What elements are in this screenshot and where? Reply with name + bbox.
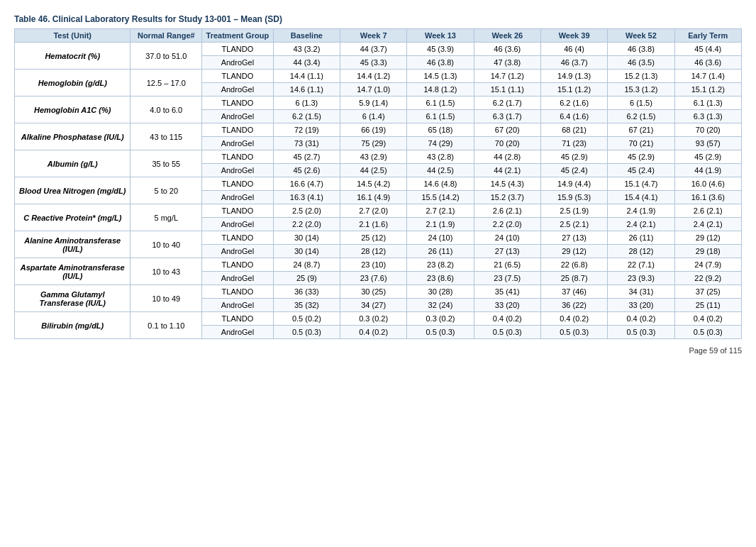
test-cell: Hematocrit (%) — [15, 43, 130, 70]
data-cell-baseline: 16.6 (4.7) — [273, 177, 340, 191]
data-cell-week52: 15.4 (4.1) — [608, 191, 674, 204]
data-cell-week52: 6.2 (1.5) — [608, 110, 674, 123]
treatment-group-cell: TLANDO — [202, 231, 274, 245]
test-cell: Alkaline Phosphatase (IU/L) — [15, 123, 130, 150]
data-cell-week7: 14.5 (4.2) — [340, 177, 407, 191]
normal-range-cell: 4.0 to 6.0 — [130, 96, 202, 123]
data-cell-week39: 0.4 (0.2) — [540, 312, 607, 326]
data-cell-earlyTerm: 2.4 (2.1) — [674, 218, 741, 231]
data-cell-week7: 44 (3.7) — [340, 43, 407, 56]
data-cell-week26: 0.4 (0.2) — [474, 312, 540, 326]
table-row: Aspartate Aminotransferase (IU/L)10 to 4… — [15, 258, 742, 272]
treatment-group-cell: AndroGel — [202, 218, 274, 231]
data-cell-week39: 45 (2.4) — [540, 164, 607, 177]
treatment-group-cell: AndroGel — [202, 272, 274, 285]
data-cell-week7: 28 (12) — [340, 245, 407, 258]
data-cell-week52: 15.2 (1.3) — [608, 70, 674, 83]
treatment-group-cell: AndroGel — [202, 137, 274, 150]
page-footer: Page 59 of 115 — [14, 346, 742, 355]
treatment-group-cell: AndroGel — [202, 83, 274, 96]
data-cell-week13: 46 (3.8) — [407, 56, 474, 70]
data-cell-week52: 0.4 (0.2) — [608, 312, 674, 326]
data-cell-week39: 68 (21) — [540, 123, 607, 137]
data-cell-week52: 23 (9.3) — [608, 272, 674, 285]
data-cell-week39: 15.9 (5.3) — [540, 191, 607, 204]
data-cell-week39: 2.5 (1.9) — [540, 204, 607, 218]
data-cell-week13: 6.1 (1.5) — [407, 110, 474, 123]
data-cell-week26: 44 (2.1) — [474, 164, 540, 177]
data-cell-week7: 23 (7.6) — [340, 272, 407, 285]
table-row: Albumin (g/L)35 to 55TLANDO45 (2.7)43 (2… — [15, 150, 742, 164]
treatment-group-cell: AndroGel — [202, 164, 274, 177]
data-cell-week39: 27 (13) — [540, 231, 607, 245]
data-cell-week7: 2.7 (2.0) — [340, 204, 407, 218]
data-cell-baseline: 43 (3.2) — [273, 43, 340, 56]
data-cell-week26: 35 (41) — [474, 285, 540, 299]
data-cell-week13: 0.5 (0.3) — [407, 326, 474, 339]
data-cell-week13: 32 (24) — [407, 299, 474, 312]
data-cell-week52: 28 (12) — [608, 245, 674, 258]
data-cell-week13: 6.1 (1.5) — [407, 96, 474, 110]
data-cell-baseline: 0.5 (0.2) — [273, 312, 340, 326]
treatment-group-cell: TLANDO — [202, 150, 274, 164]
data-cell-week52: 15.3 (1.2) — [608, 83, 674, 96]
data-cell-earlyTerm: 2.6 (2.1) — [674, 204, 741, 218]
normal-range-cell: 0.1 to 1.10 — [130, 312, 202, 339]
data-cell-week13: 74 (29) — [407, 137, 474, 150]
data-cell-week7: 75 (29) — [340, 137, 407, 150]
data-cell-week52: 67 (21) — [608, 123, 674, 137]
treatment-group-cell: TLANDO — [202, 70, 274, 83]
treatment-group-cell: TLANDO — [202, 312, 274, 326]
data-cell-week39: 0.5 (0.3) — [540, 326, 607, 339]
data-cell-week13: 23 (8.6) — [407, 272, 474, 285]
normal-range-cell: 35 to 55 — [130, 150, 202, 177]
data-cell-week13: 65 (18) — [407, 123, 474, 137]
data-cell-week26: 24 (10) — [474, 231, 540, 245]
data-cell-earlyTerm: 29 (18) — [674, 245, 741, 258]
data-cell-week7: 30 (25) — [340, 285, 407, 299]
data-cell-week7: 66 (19) — [340, 123, 407, 137]
data-cell-baseline: 2.2 (2.0) — [273, 218, 340, 231]
data-cell-earlyTerm: 6.3 (1.3) — [674, 110, 741, 123]
data-cell-week7: 2.1 (1.6) — [340, 218, 407, 231]
data-cell-week26: 27 (13) — [474, 245, 540, 258]
header-week52: Week 52 — [608, 29, 674, 43]
data-cell-week7: 14.7 (1.0) — [340, 83, 407, 96]
treatment-group-cell: AndroGel — [202, 326, 274, 339]
data-cell-earlyTerm: 16.1 (3.6) — [674, 191, 741, 204]
table-row: Hemoglobin A1C (%)4.0 to 6.0TLANDO6 (1.3… — [15, 96, 742, 110]
data-cell-week39: 14.9 (4.4) — [540, 177, 607, 191]
data-cell-week7: 0.3 (0.2) — [340, 312, 407, 326]
data-cell-week52: 2.4 (1.9) — [608, 204, 674, 218]
test-cell: C Reactive Protein* (mg/L) — [15, 204, 130, 231]
treatment-group-cell: TLANDO — [202, 204, 274, 218]
treatment-group-cell: TLANDO — [202, 96, 274, 110]
data-cell-week13: 43 (2.8) — [407, 150, 474, 164]
clinical-lab-table: Test (Unit) Normal Range# Treatment Grou… — [14, 28, 742, 339]
data-cell-week39: 45 (2.9) — [540, 150, 607, 164]
normal-range-cell: 37.0 to 51.0 — [130, 43, 202, 70]
data-cell-week7: 16.1 (4.9) — [340, 191, 407, 204]
data-cell-week7: 0.4 (0.2) — [340, 326, 407, 339]
data-cell-earlyTerm: 6.1 (1.3) — [674, 96, 741, 110]
normal-range-cell: 10 to 49 — [130, 285, 202, 312]
treatment-group-cell: AndroGel — [202, 191, 274, 204]
header-week26: Week 26 — [474, 29, 540, 43]
data-cell-baseline: 14.6 (1.1) — [273, 83, 340, 96]
data-cell-baseline: 6 (1.3) — [273, 96, 340, 110]
test-cell: Bilirubin (mg/dL) — [15, 312, 130, 339]
data-cell-earlyTerm: 45 (4.4) — [674, 43, 741, 56]
data-cell-week26: 0.5 (0.3) — [474, 326, 540, 339]
treatment-group-cell: AndroGel — [202, 299, 274, 312]
data-cell-baseline: 16.3 (4.1) — [273, 191, 340, 204]
data-cell-earlyTerm: 70 (20) — [674, 123, 741, 137]
data-cell-earlyTerm: 46 (3.6) — [674, 56, 741, 70]
data-cell-week26: 15.2 (3.7) — [474, 191, 540, 204]
data-cell-week26: 21 (6.5) — [474, 258, 540, 272]
treatment-group-cell: TLANDO — [202, 43, 274, 56]
table-row: Hematocrit (%)37.0 to 51.0TLANDO43 (3.2)… — [15, 43, 742, 56]
data-cell-week52: 70 (21) — [608, 137, 674, 150]
data-cell-baseline: 6.2 (1.5) — [273, 110, 340, 123]
data-cell-week26: 46 (3.6) — [474, 43, 540, 56]
data-cell-week26: 44 (2.8) — [474, 150, 540, 164]
